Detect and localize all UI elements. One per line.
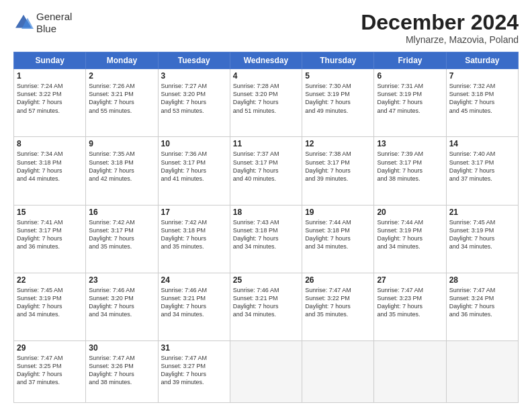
logo: General Blue [13, 11, 72, 35]
day-number: 9 [89, 139, 154, 148]
calendar-cell: 13Sunrise: 7:39 AM Sunset: 3:17 PM Dayli… [374, 137, 446, 205]
cell-details: Sunrise: 7:42 AM Sunset: 3:17 PM Dayligh… [89, 218, 154, 251]
page: General Blue December 2024 Mlynarze, Maz… [0, 0, 532, 411]
calendar-cell: 29Sunrise: 7:47 AM Sunset: 3:25 PM Dayli… [14, 340, 86, 402]
cell-details: Sunrise: 7:47 AM Sunset: 3:22 PM Dayligh… [305, 286, 371, 319]
calendar-cell: 18Sunrise: 7:43 AM Sunset: 3:18 PM Dayli… [230, 205, 302, 273]
calendar-cell: 1Sunrise: 7:24 AM Sunset: 3:22 PM Daylig… [14, 69, 86, 137]
day-number: 24 [161, 275, 227, 285]
cell-details: Sunrise: 7:37 AM Sunset: 3:17 PM Dayligh… [233, 150, 299, 183]
calendar-cell: 16Sunrise: 7:42 AM Sunset: 3:17 PM Dayli… [86, 205, 158, 273]
calendar-cell: 7Sunrise: 7:32 AM Sunset: 3:18 PM Daylig… [446, 69, 518, 137]
cell-details: Sunrise: 7:46 AM Sunset: 3:21 PM Dayligh… [161, 286, 227, 319]
cell-details: Sunrise: 7:30 AM Sunset: 3:19 PM Dayligh… [305, 82, 371, 115]
calendar-cell: 30Sunrise: 7:47 AM Sunset: 3:26 PM Dayli… [86, 340, 158, 402]
cell-details: Sunrise: 7:40 AM Sunset: 3:17 PM Dayligh… [449, 150, 515, 183]
day-number: 19 [305, 208, 371, 217]
calendar-cell: 9Sunrise: 7:35 AM Sunset: 3:18 PM Daylig… [86, 137, 158, 205]
day-number: 26 [305, 275, 371, 285]
cell-details: Sunrise: 7:32 AM Sunset: 3:18 PM Dayligh… [449, 82, 515, 115]
day-number: 2 [89, 71, 154, 81]
day-number: 3 [161, 71, 227, 81]
calendar-cell: 21Sunrise: 7:45 AM Sunset: 3:19 PM Dayli… [446, 205, 518, 273]
weekday-header-friday: Friday [374, 52, 446, 69]
day-number: 23 [89, 275, 154, 285]
calendar-cell: 8Sunrise: 7:34 AM Sunset: 3:18 PM Daylig… [14, 137, 86, 205]
calendar-cell [446, 340, 518, 402]
day-number: 30 [89, 343, 154, 353]
day-number: 6 [377, 71, 443, 81]
cell-details: Sunrise: 7:26 AM Sunset: 3:21 PM Dayligh… [89, 82, 154, 115]
cell-details: Sunrise: 7:47 AM Sunset: 3:25 PM Dayligh… [17, 354, 83, 387]
calendar-cell: 5Sunrise: 7:30 AM Sunset: 3:19 PM Daylig… [302, 69, 374, 137]
calendar-cell: 6Sunrise: 7:31 AM Sunset: 3:19 PM Daylig… [374, 69, 446, 137]
cell-details: Sunrise: 7:47 AM Sunset: 3:27 PM Dayligh… [161, 354, 227, 387]
calendar-cell: 23Sunrise: 7:46 AM Sunset: 3:20 PM Dayli… [86, 273, 158, 340]
week-row-2: 8Sunrise: 7:34 AM Sunset: 3:18 PM Daylig… [14, 137, 519, 205]
weekday-header-wednesday: Wednesday [230, 52, 302, 69]
calendar-cell: 19Sunrise: 7:44 AM Sunset: 3:18 PM Dayli… [302, 205, 374, 273]
day-number: 17 [161, 208, 227, 217]
calendar-cell: 14Sunrise: 7:40 AM Sunset: 3:17 PM Dayli… [446, 137, 518, 205]
day-number: 31 [161, 343, 227, 353]
day-number: 5 [305, 71, 371, 81]
cell-details: Sunrise: 7:34 AM Sunset: 3:18 PM Dayligh… [17, 150, 83, 183]
weekday-header-thursday: Thursday [302, 52, 374, 69]
cell-details: Sunrise: 7:24 AM Sunset: 3:22 PM Dayligh… [17, 82, 83, 115]
day-number: 28 [449, 275, 515, 285]
week-row-4: 22Sunrise: 7:45 AM Sunset: 3:19 PM Dayli… [14, 273, 519, 340]
logo-line2: Blue [36, 23, 72, 35]
weekday-header-tuesday: Tuesday [158, 52, 230, 69]
day-number: 1 [17, 71, 83, 81]
weekday-header-row: SundayMondayTuesdayWednesdayThursdayFrid… [14, 52, 519, 69]
calendar-cell: 20Sunrise: 7:44 AM Sunset: 3:19 PM Dayli… [374, 205, 446, 273]
logo-icon [13, 13, 34, 33]
cell-details: Sunrise: 7:27 AM Sunset: 3:20 PM Dayligh… [161, 82, 227, 115]
calendar-cell: 26Sunrise: 7:47 AM Sunset: 3:22 PM Dayli… [302, 273, 374, 340]
cell-details: Sunrise: 7:36 AM Sunset: 3:17 PM Dayligh… [161, 150, 227, 183]
day-number: 27 [377, 275, 443, 285]
day-number: 18 [233, 208, 299, 217]
day-number: 12 [305, 139, 371, 148]
cell-details: Sunrise: 7:31 AM Sunset: 3:19 PM Dayligh… [377, 82, 443, 115]
calendar-cell: 22Sunrise: 7:45 AM Sunset: 3:19 PM Dayli… [14, 273, 86, 340]
calendar-cell: 3Sunrise: 7:27 AM Sunset: 3:20 PM Daylig… [158, 69, 230, 137]
cell-details: Sunrise: 7:28 AM Sunset: 3:20 PM Dayligh… [233, 82, 299, 115]
cell-details: Sunrise: 7:46 AM Sunset: 3:20 PM Dayligh… [89, 286, 154, 319]
day-number: 20 [377, 208, 443, 217]
day-number: 11 [233, 139, 299, 148]
cell-details: Sunrise: 7:41 AM Sunset: 3:17 PM Dayligh… [17, 218, 83, 251]
calendar-table: SundayMondayTuesdayWednesdayThursdayFrid… [13, 52, 519, 403]
day-number: 10 [161, 139, 227, 148]
calendar-cell: 12Sunrise: 7:38 AM Sunset: 3:17 PM Dayli… [302, 137, 374, 205]
calendar-cell: 31Sunrise: 7:47 AM Sunset: 3:27 PM Dayli… [158, 340, 230, 402]
day-number: 21 [449, 208, 515, 217]
day-number: 15 [17, 208, 83, 217]
calendar-cell [230, 340, 302, 402]
cell-details: Sunrise: 7:35 AM Sunset: 3:18 PM Dayligh… [89, 150, 154, 183]
title-block: December 2024 Mlynarze, Mazovia, Poland [361, 11, 519, 45]
week-row-3: 15Sunrise: 7:41 AM Sunset: 3:17 PM Dayli… [14, 205, 519, 273]
day-number: 29 [17, 343, 83, 353]
cell-details: Sunrise: 7:44 AM Sunset: 3:19 PM Dayligh… [377, 218, 443, 251]
calendar-cell: 4Sunrise: 7:28 AM Sunset: 3:20 PM Daylig… [230, 69, 302, 137]
calendar-cell: 2Sunrise: 7:26 AM Sunset: 3:21 PM Daylig… [86, 69, 158, 137]
location: Mlynarze, Mazovia, Poland [361, 34, 519, 45]
cell-details: Sunrise: 7:43 AM Sunset: 3:18 PM Dayligh… [233, 218, 299, 251]
cell-details: Sunrise: 7:47 AM Sunset: 3:23 PM Dayligh… [377, 286, 443, 319]
cell-details: Sunrise: 7:45 AM Sunset: 3:19 PM Dayligh… [17, 286, 83, 319]
calendar-cell: 27Sunrise: 7:47 AM Sunset: 3:23 PM Dayli… [374, 273, 446, 340]
month-title: December 2024 [361, 11, 519, 34]
week-row-5: 29Sunrise: 7:47 AM Sunset: 3:25 PM Dayli… [14, 340, 519, 402]
weekday-header-saturday: Saturday [446, 52, 518, 69]
cell-details: Sunrise: 7:38 AM Sunset: 3:17 PM Dayligh… [305, 150, 371, 183]
calendar-cell: 10Sunrise: 7:36 AM Sunset: 3:17 PM Dayli… [158, 137, 230, 205]
calendar-cell: 24Sunrise: 7:46 AM Sunset: 3:21 PM Dayli… [158, 273, 230, 340]
cell-details: Sunrise: 7:42 AM Sunset: 3:18 PM Dayligh… [161, 218, 227, 251]
day-number: 4 [233, 71, 299, 81]
calendar-cell [302, 340, 374, 402]
weekday-header-sunday: Sunday [14, 52, 86, 69]
day-number: 14 [449, 139, 515, 148]
calendar-cell: 15Sunrise: 7:41 AM Sunset: 3:17 PM Dayli… [14, 205, 86, 273]
cell-details: Sunrise: 7:39 AM Sunset: 3:17 PM Dayligh… [377, 150, 443, 183]
